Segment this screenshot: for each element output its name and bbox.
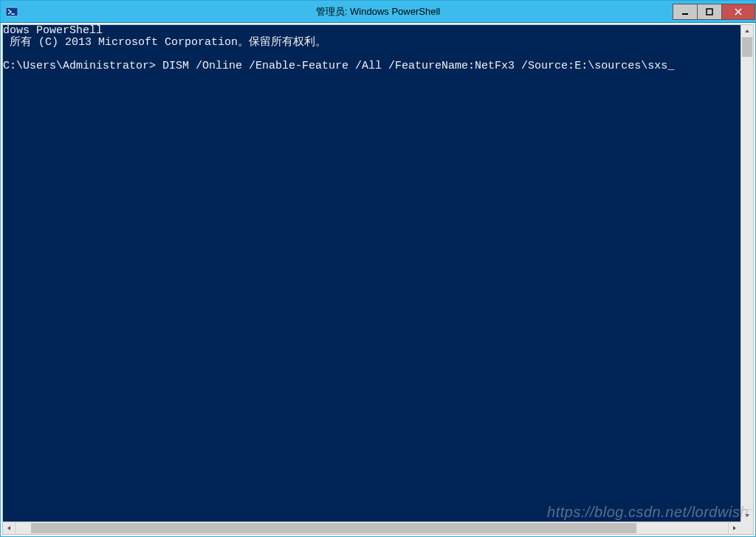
- scroll-down-arrow-icon[interactable]: [741, 509, 753, 522]
- scroll-right-arrow-icon[interactable]: [728, 522, 740, 534]
- console-output[interactable]: dows PowerShell 所有 (C) 2013 Microsoft Co…: [3, 25, 740, 522]
- vertical-scrollbar[interactable]: [740, 25, 753, 522]
- horizontal-scroll-track[interactable]: [16, 522, 728, 534]
- cursor: _: [667, 60, 674, 72]
- console-line: 所有 (C) 2013 Microsoft Corporation。保留所有权利…: [3, 36, 326, 49]
- vertical-scroll-track[interactable]: [741, 38, 753, 509]
- horizontal-scroll-thumb[interactable]: [31, 523, 636, 533]
- client-area: dows PowerShell 所有 (C) 2013 Microsoft Co…: [2, 24, 754, 535]
- svg-rect-1: [682, 13, 688, 15]
- minimize-button[interactable]: [673, 4, 698, 20]
- close-button[interactable]: [721, 4, 755, 20]
- titlebar[interactable]: 管理员: Windows PowerShell: [1, 1, 755, 23]
- svg-rect-2: [707, 9, 712, 15]
- console-line: dows PowerShell: [3, 25, 103, 37]
- window-controls: [673, 4, 755, 20]
- horizontal-scrollbar[interactable]: [3, 522, 740, 534]
- powershell-window: 管理员: Windows PowerShell dows PowerShell …: [0, 0, 756, 537]
- scroll-corner: [740, 522, 753, 534]
- console-prompt-line: C:\Users\Administrator> DISM /Online /En…: [3, 60, 667, 72]
- scroll-up-arrow-icon[interactable]: [741, 25, 753, 38]
- app-icon: [5, 5, 18, 18]
- maximize-button[interactable]: [697, 4, 722, 20]
- console-viewport: dows PowerShell 所有 (C) 2013 Microsoft Co…: [3, 25, 753, 522]
- scroll-left-arrow-icon[interactable]: [3, 522, 16, 534]
- window-title: 管理员: Windows PowerShell: [316, 5, 440, 18]
- vertical-scroll-thumb[interactable]: [742, 38, 752, 57]
